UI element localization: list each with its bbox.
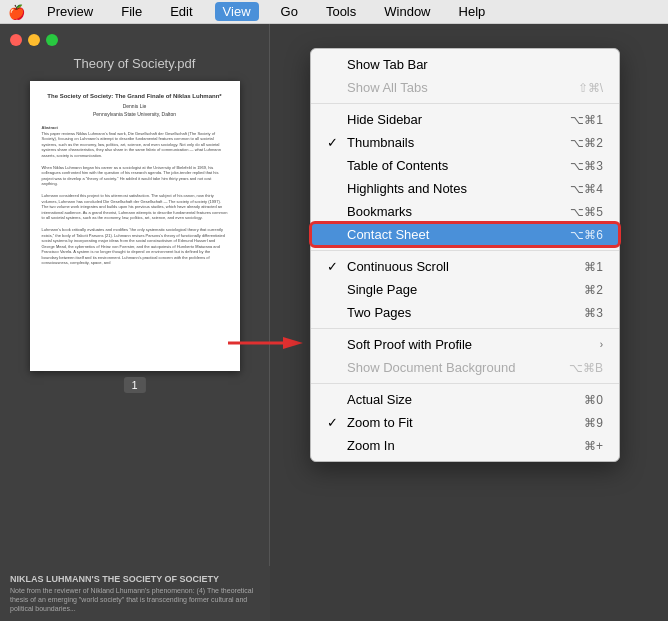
bottom-subtitle: Note from the reviewer of Nikland Lhuman… — [10, 586, 260, 613]
menu-label-zoom-in: Zoom In — [347, 438, 395, 453]
pdf-body-text: This paper reviews Niklas Luhmann's fina… — [42, 131, 228, 159]
shortcut-two-pages: ⌘3 — [584, 306, 603, 320]
menu-item-continuous-scroll[interactable]: ✓ Continuous Scroll ⌘1 — [311, 255, 619, 278]
checkmark-contact-sheet — [327, 227, 343, 242]
menu-label-toc: Table of Contents — [347, 158, 448, 173]
menu-label-highlights: Highlights and Notes — [347, 181, 467, 196]
shortcut-bookmarks: ⌥⌘5 — [570, 205, 603, 219]
menu-label-two-pages: Two Pages — [347, 305, 411, 320]
menu-item-two-pages[interactable]: Two Pages ⌘3 — [311, 301, 619, 324]
checkmark-actual-size — [327, 392, 343, 407]
checkmark-zoom-to-fit: ✓ — [327, 415, 343, 430]
menu-label-zoom-to-fit: Zoom to Fit — [347, 415, 413, 430]
menu-item-highlights-notes[interactable]: Highlights and Notes ⌥⌘4 — [311, 177, 619, 200]
checkmark-single-page — [327, 282, 343, 297]
checkmark-toc — [327, 158, 343, 173]
page-number: 1 — [123, 377, 145, 393]
window-controls — [10, 34, 259, 46]
menu-separator-1 — [311, 103, 619, 104]
main-area: Theory of Society.pdf The Society of Soc… — [0, 24, 668, 621]
shortcut-thumbnails: ⌥⌘2 — [570, 136, 603, 150]
shortcut-show-all-tabs: ⇧⌘\ — [578, 81, 603, 95]
menu-item-zoom-to-fit[interactable]: ✓ Zoom to Fit ⌘9 — [311, 411, 619, 434]
menu-label-contact-sheet: Contact Sheet — [347, 227, 429, 242]
shortcut-hide-sidebar: ⌥⌘1 — [570, 113, 603, 127]
menu-separator-3 — [311, 328, 619, 329]
pdf-body-continuation: When Niklas Luhmann began his career as … — [42, 165, 228, 187]
shortcut-zoom-to-fit: ⌘9 — [584, 416, 603, 430]
window-menu[interactable]: Window — [378, 2, 436, 21]
menu-label-thumbnails: Thumbnails — [347, 135, 414, 150]
bottom-text-area: NIKLAS LUHMANN'S THE SOCIETY OF SOCIETY … — [0, 566, 270, 621]
menu-label-continuous-scroll: Continuous Scroll — [347, 259, 449, 274]
pdf-page-wrapper: The Society of Society: The Grand Finale… — [30, 81, 240, 371]
menu-label-show-tab-bar: Show Tab Bar — [347, 57, 428, 72]
arrow-indicator — [228, 329, 303, 361]
pdf-page-title: The Society of Society: The Grand Finale… — [42, 93, 228, 99]
menu-label-hide-sidebar: Hide Sidebar — [347, 112, 422, 127]
shortcut-contact-sheet: ⌥⌘6 — [570, 228, 603, 242]
menu-item-show-tab-bar[interactable]: Show Tab Bar — [311, 53, 619, 76]
menu-label-show-all-tabs: Show All Tabs — [347, 80, 428, 95]
menu-item-contact-sheet[interactable]: Contact Sheet ⌥⌘6 — [311, 223, 619, 246]
menu-item-table-of-contents[interactable]: Table of Contents ⌥⌘3 — [311, 154, 619, 177]
view-dropdown-menu: Show Tab Bar Show All Tabs ⇧⌘\ Hide Side… — [310, 48, 620, 462]
shortcut-actual-size: ⌘0 — [584, 393, 603, 407]
checkmark-bookmarks — [327, 204, 343, 219]
checkmark-highlights — [327, 181, 343, 196]
menu-item-bookmarks[interactable]: Bookmarks ⌥⌘5 — [311, 200, 619, 223]
menu-separator-2 — [311, 250, 619, 251]
menu-label-bookmarks: Bookmarks — [347, 204, 412, 219]
checkmark-two-pages — [327, 305, 343, 320]
checkmark-show-tab-bar — [327, 57, 343, 72]
bottom-title: NIKLAS LUHMANN'S THE SOCIETY OF SOCIETY — [10, 574, 260, 586]
menu-item-zoom-in[interactable]: Zoom In ⌘+ — [311, 434, 619, 457]
arrow-icon — [228, 329, 303, 357]
menu-item-actual-size[interactable]: Actual Size ⌘0 — [311, 388, 619, 411]
file-menu[interactable]: File — [115, 2, 148, 21]
menu-label-single-page: Single Page — [347, 282, 417, 297]
checkmark-thumbnails: ✓ — [327, 135, 343, 150]
checkmark-continuous-scroll: ✓ — [327, 259, 343, 274]
help-menu[interactable]: Help — [453, 2, 492, 21]
minimize-button[interactable] — [28, 34, 40, 46]
menu-separator-4 — [311, 383, 619, 384]
pdf-body-continuation-2: Luhmann considered this project to his u… — [42, 193, 228, 221]
checkmark-show-doc-bg — [327, 360, 343, 375]
menu-item-show-doc-background[interactable]: Show Document Background ⌥⌘B — [311, 356, 619, 379]
checkmark-show-all-tabs — [327, 80, 343, 95]
menu-item-single-page[interactable]: Single Page ⌘2 — [311, 278, 619, 301]
menu-label-actual-size: Actual Size — [347, 392, 412, 407]
menu-item-hide-sidebar[interactable]: Hide Sidebar ⌥⌘1 — [311, 108, 619, 131]
menu-label-soft-proof: Soft Proof with Profile — [347, 337, 472, 352]
checkmark-soft-proof — [327, 337, 343, 352]
maximize-button[interactable] — [46, 34, 58, 46]
pdf-viewer: Theory of Society.pdf The Society of Soc… — [0, 24, 270, 621]
preview-menu[interactable]: Preview — [41, 2, 99, 21]
menu-label-show-doc-bg: Show Document Background — [347, 360, 515, 375]
checkmark-zoom-in — [327, 438, 343, 453]
checkmark-hide-sidebar — [327, 112, 343, 127]
shortcut-zoom-in: ⌘+ — [584, 439, 603, 453]
edit-menu[interactable]: Edit — [164, 2, 198, 21]
menubar: 🍎 Preview File Edit View Go Tools Window… — [0, 0, 668, 24]
apple-menu-icon[interactable]: 🍎 — [8, 4, 25, 20]
pdf-body-continuation-3: Luhmann's book critically evaluates and … — [42, 227, 228, 266]
pdf-affiliation: Pennsylvania State University, Dalton — [42, 111, 228, 117]
menu-item-show-all-tabs[interactable]: Show All Tabs ⇧⌘\ — [311, 76, 619, 99]
menu-item-thumbnails[interactable]: ✓ Thumbnails ⌥⌘2 — [311, 131, 619, 154]
chevron-soft-proof-icon: › — [600, 339, 603, 350]
svg-marker-1 — [283, 337, 303, 349]
tools-menu[interactable]: Tools — [320, 2, 362, 21]
close-button[interactable] — [10, 34, 22, 46]
shortcut-continuous-scroll: ⌘1 — [584, 260, 603, 274]
menu-item-soft-proof[interactable]: Soft Proof with Profile › — [311, 333, 619, 356]
pdf-title: Theory of Society.pdf — [10, 56, 259, 71]
shortcut-toc: ⌥⌘3 — [570, 159, 603, 173]
view-menu[interactable]: View — [215, 2, 259, 21]
pdf-author: Dennis Lie — [42, 103, 228, 109]
go-menu[interactable]: Go — [275, 2, 304, 21]
shortcut-single-page: ⌘2 — [584, 283, 603, 297]
shortcut-show-doc-bg: ⌥⌘B — [569, 361, 603, 375]
shortcut-highlights: ⌥⌘4 — [570, 182, 603, 196]
